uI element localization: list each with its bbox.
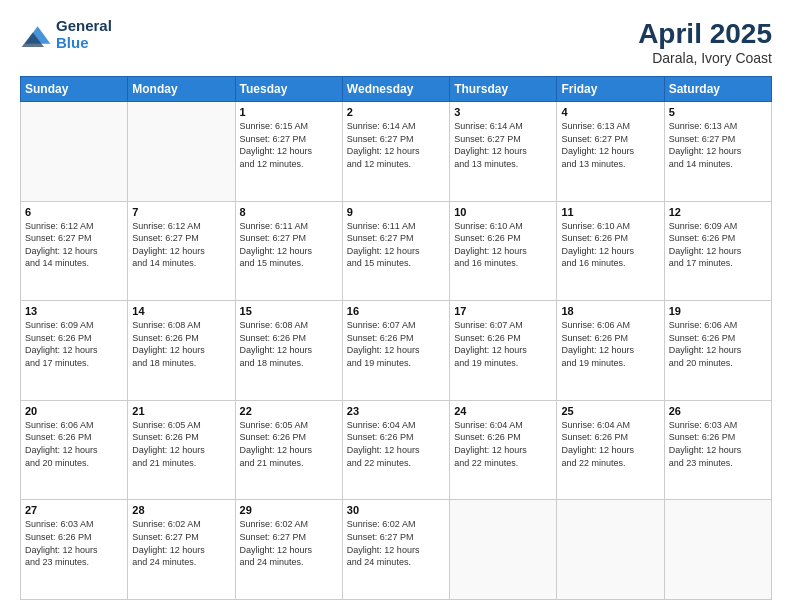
day-info: Sunrise: 6:11 AMSunset: 6:27 PMDaylight:…	[347, 220, 445, 270]
day-number: 24	[454, 405, 552, 417]
title-block: April 2025 Darala, Ivory Coast	[638, 18, 772, 66]
logo: General Blue	[20, 18, 112, 51]
weekday-header-wednesday: Wednesday	[342, 77, 449, 102]
calendar-week-2: 6Sunrise: 6:12 AMSunset: 6:27 PMDaylight…	[21, 201, 772, 301]
calendar-week-1: 1Sunrise: 6:15 AMSunset: 6:27 PMDaylight…	[21, 102, 772, 202]
day-number: 21	[132, 405, 230, 417]
calendar-cell: 30Sunrise: 6:02 AMSunset: 6:27 PMDayligh…	[342, 500, 449, 600]
day-info: Sunrise: 6:04 AMSunset: 6:26 PMDaylight:…	[454, 419, 552, 469]
calendar-cell: 9Sunrise: 6:11 AMSunset: 6:27 PMDaylight…	[342, 201, 449, 301]
day-info: Sunrise: 6:07 AMSunset: 6:26 PMDaylight:…	[454, 319, 552, 369]
day-info: Sunrise: 6:14 AMSunset: 6:27 PMDaylight:…	[454, 120, 552, 170]
page: General Blue April 2025 Darala, Ivory Co…	[0, 0, 792, 612]
location-subtitle: Darala, Ivory Coast	[638, 50, 772, 66]
month-title: April 2025	[638, 18, 772, 50]
day-info: Sunrise: 6:10 AMSunset: 6:26 PMDaylight:…	[561, 220, 659, 270]
day-number: 27	[25, 504, 123, 516]
calendar-cell: 6Sunrise: 6:12 AMSunset: 6:27 PMDaylight…	[21, 201, 128, 301]
day-number: 18	[561, 305, 659, 317]
day-number: 12	[669, 206, 767, 218]
day-number: 4	[561, 106, 659, 118]
calendar-cell: 4Sunrise: 6:13 AMSunset: 6:27 PMDaylight…	[557, 102, 664, 202]
calendar-cell: 17Sunrise: 6:07 AMSunset: 6:26 PMDayligh…	[450, 301, 557, 401]
day-info: Sunrise: 6:02 AMSunset: 6:27 PMDaylight:…	[347, 518, 445, 568]
day-number: 13	[25, 305, 123, 317]
day-info: Sunrise: 6:03 AMSunset: 6:26 PMDaylight:…	[25, 518, 123, 568]
day-info: Sunrise: 6:08 AMSunset: 6:26 PMDaylight:…	[132, 319, 230, 369]
day-number: 30	[347, 504, 445, 516]
day-number: 29	[240, 504, 338, 516]
weekday-header-sunday: Sunday	[21, 77, 128, 102]
header: General Blue April 2025 Darala, Ivory Co…	[20, 18, 772, 66]
day-number: 11	[561, 206, 659, 218]
day-number: 1	[240, 106, 338, 118]
day-info: Sunrise: 6:02 AMSunset: 6:27 PMDaylight:…	[240, 518, 338, 568]
calendar-cell: 15Sunrise: 6:08 AMSunset: 6:26 PMDayligh…	[235, 301, 342, 401]
calendar-cell: 28Sunrise: 6:02 AMSunset: 6:27 PMDayligh…	[128, 500, 235, 600]
logo-icon	[20, 21, 52, 49]
day-info: Sunrise: 6:02 AMSunset: 6:27 PMDaylight:…	[132, 518, 230, 568]
day-number: 25	[561, 405, 659, 417]
calendar-cell: 2Sunrise: 6:14 AMSunset: 6:27 PMDaylight…	[342, 102, 449, 202]
day-info: Sunrise: 6:04 AMSunset: 6:26 PMDaylight:…	[561, 419, 659, 469]
day-info: Sunrise: 6:06 AMSunset: 6:26 PMDaylight:…	[561, 319, 659, 369]
day-info: Sunrise: 6:10 AMSunset: 6:26 PMDaylight:…	[454, 220, 552, 270]
day-info: Sunrise: 6:11 AMSunset: 6:27 PMDaylight:…	[240, 220, 338, 270]
calendar-cell: 3Sunrise: 6:14 AMSunset: 6:27 PMDaylight…	[450, 102, 557, 202]
day-number: 5	[669, 106, 767, 118]
day-number: 20	[25, 405, 123, 417]
calendar-cell: 21Sunrise: 6:05 AMSunset: 6:26 PMDayligh…	[128, 400, 235, 500]
day-number: 2	[347, 106, 445, 118]
calendar-cell: 11Sunrise: 6:10 AMSunset: 6:26 PMDayligh…	[557, 201, 664, 301]
day-number: 28	[132, 504, 230, 516]
calendar-table: SundayMondayTuesdayWednesdayThursdayFrid…	[20, 76, 772, 600]
day-info: Sunrise: 6:13 AMSunset: 6:27 PMDaylight:…	[669, 120, 767, 170]
calendar-cell: 14Sunrise: 6:08 AMSunset: 6:26 PMDayligh…	[128, 301, 235, 401]
day-info: Sunrise: 6:14 AMSunset: 6:27 PMDaylight:…	[347, 120, 445, 170]
day-info: Sunrise: 6:08 AMSunset: 6:26 PMDaylight:…	[240, 319, 338, 369]
calendar-cell: 1Sunrise: 6:15 AMSunset: 6:27 PMDaylight…	[235, 102, 342, 202]
weekday-header-tuesday: Tuesday	[235, 77, 342, 102]
calendar-cell: 18Sunrise: 6:06 AMSunset: 6:26 PMDayligh…	[557, 301, 664, 401]
day-info: Sunrise: 6:05 AMSunset: 6:26 PMDaylight:…	[132, 419, 230, 469]
calendar-week-4: 20Sunrise: 6:06 AMSunset: 6:26 PMDayligh…	[21, 400, 772, 500]
calendar-cell: 12Sunrise: 6:09 AMSunset: 6:26 PMDayligh…	[664, 201, 771, 301]
calendar-cell	[450, 500, 557, 600]
day-info: Sunrise: 6:15 AMSunset: 6:27 PMDaylight:…	[240, 120, 338, 170]
day-number: 10	[454, 206, 552, 218]
weekday-header-thursday: Thursday	[450, 77, 557, 102]
calendar-cell: 16Sunrise: 6:07 AMSunset: 6:26 PMDayligh…	[342, 301, 449, 401]
day-info: Sunrise: 6:06 AMSunset: 6:26 PMDaylight:…	[669, 319, 767, 369]
day-number: 3	[454, 106, 552, 118]
day-number: 8	[240, 206, 338, 218]
weekday-header-saturday: Saturday	[664, 77, 771, 102]
calendar-cell: 24Sunrise: 6:04 AMSunset: 6:26 PMDayligh…	[450, 400, 557, 500]
calendar-cell: 13Sunrise: 6:09 AMSunset: 6:26 PMDayligh…	[21, 301, 128, 401]
day-number: 9	[347, 206, 445, 218]
day-info: Sunrise: 6:12 AMSunset: 6:27 PMDaylight:…	[132, 220, 230, 270]
weekday-header-row: SundayMondayTuesdayWednesdayThursdayFrid…	[21, 77, 772, 102]
calendar-cell: 23Sunrise: 6:04 AMSunset: 6:26 PMDayligh…	[342, 400, 449, 500]
day-info: Sunrise: 6:04 AMSunset: 6:26 PMDaylight:…	[347, 419, 445, 469]
calendar-cell: 10Sunrise: 6:10 AMSunset: 6:26 PMDayligh…	[450, 201, 557, 301]
calendar-cell: 7Sunrise: 6:12 AMSunset: 6:27 PMDaylight…	[128, 201, 235, 301]
day-info: Sunrise: 6:07 AMSunset: 6:26 PMDaylight:…	[347, 319, 445, 369]
calendar-cell: 26Sunrise: 6:03 AMSunset: 6:26 PMDayligh…	[664, 400, 771, 500]
calendar-cell: 19Sunrise: 6:06 AMSunset: 6:26 PMDayligh…	[664, 301, 771, 401]
logo-blue: Blue	[56, 35, 112, 52]
calendar-cell: 29Sunrise: 6:02 AMSunset: 6:27 PMDayligh…	[235, 500, 342, 600]
day-number: 16	[347, 305, 445, 317]
calendar-week-3: 13Sunrise: 6:09 AMSunset: 6:26 PMDayligh…	[21, 301, 772, 401]
day-number: 15	[240, 305, 338, 317]
calendar-cell	[557, 500, 664, 600]
calendar-week-5: 27Sunrise: 6:03 AMSunset: 6:26 PMDayligh…	[21, 500, 772, 600]
day-info: Sunrise: 6:13 AMSunset: 6:27 PMDaylight:…	[561, 120, 659, 170]
calendar-cell: 8Sunrise: 6:11 AMSunset: 6:27 PMDaylight…	[235, 201, 342, 301]
day-info: Sunrise: 6:12 AMSunset: 6:27 PMDaylight:…	[25, 220, 123, 270]
calendar-cell: 25Sunrise: 6:04 AMSunset: 6:26 PMDayligh…	[557, 400, 664, 500]
calendar-cell: 22Sunrise: 6:05 AMSunset: 6:26 PMDayligh…	[235, 400, 342, 500]
calendar-cell	[21, 102, 128, 202]
day-number: 23	[347, 405, 445, 417]
day-number: 14	[132, 305, 230, 317]
weekday-header-friday: Friday	[557, 77, 664, 102]
